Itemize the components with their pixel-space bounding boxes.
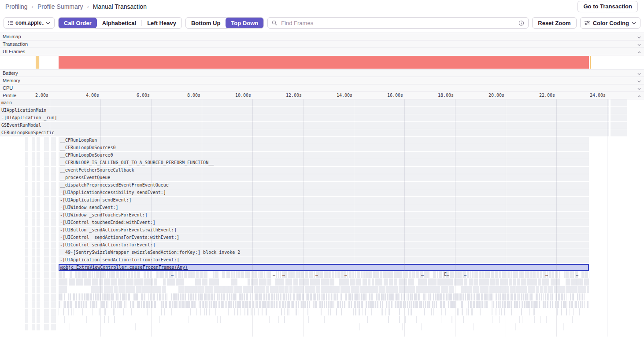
frame-segment[interactable] — [370, 286, 378, 293]
collapse-chevron-icon[interactable] — [637, 71, 641, 76]
frame-segment[interactable] — [572, 293, 573, 300]
frame-segment[interactable] — [437, 271, 438, 278]
frame-segment[interactable] — [440, 301, 442, 308]
frame-segment[interactable] — [511, 308, 512, 315]
frame-segment[interactable] — [153, 293, 155, 300]
frame-segment[interactable] — [139, 301, 140, 308]
frame-segment[interactable] — [159, 316, 160, 323]
frame-segment[interactable] — [559, 271, 560, 278]
frame-segment[interactable] — [157, 293, 158, 300]
frame-segment[interactable] — [293, 278, 298, 286]
frame-segment[interactable] — [432, 293, 432, 300]
frame-segment[interactable] — [542, 278, 549, 286]
go-to-transaction-button[interactable]: Go to Transaction — [577, 1, 638, 12]
frame-segment[interactable] — [399, 286, 411, 293]
frame-segment[interactable] — [128, 271, 130, 278]
frame-segment[interactable] — [267, 271, 271, 278]
frame-segment[interactable] — [195, 293, 196, 300]
frame-segment[interactable] — [510, 293, 511, 300]
frame-segment[interactable] — [429, 301, 430, 308]
frame-segment[interactable] — [160, 301, 160, 308]
frame-segment[interactable] — [111, 301, 112, 308]
frame-segment[interactable] — [63, 308, 64, 315]
frame-segment[interactable] — [528, 271, 529, 278]
frame-segment[interactable] — [405, 316, 406, 323]
frame-segment[interactable] — [389, 301, 390, 308]
frame-segment[interactable] — [429, 293, 431, 300]
frame-segment[interactable] — [400, 293, 400, 300]
frame-segment[interactable] — [528, 301, 530, 308]
frame-segment[interactable] — [279, 301, 281, 308]
frame-segment[interactable] — [489, 286, 501, 293]
frame-segment[interactable] — [321, 286, 331, 293]
frame-segment[interactable] — [478, 301, 479, 308]
frame-segment[interactable] — [70, 293, 71, 300]
frame-segment[interactable] — [525, 293, 526, 300]
frame-segment[interactable] — [305, 286, 315, 293]
frame-segment[interactable] — [461, 301, 463, 308]
frame-segment[interactable] — [328, 308, 329, 315]
frame-segment[interactable] — [513, 301, 513, 308]
frame-segment[interactable] — [455, 301, 456, 308]
frame-segment[interactable] — [364, 293, 366, 300]
breadcrumb-profiling[interactable]: Profiling — [5, 3, 28, 10]
frame-segment[interactable] — [304, 301, 306, 308]
frame-segment[interactable] — [209, 308, 210, 315]
frame-segment[interactable] — [116, 271, 119, 278]
frame-segment[interactable] — [228, 286, 233, 293]
frame-segment[interactable] — [470, 301, 471, 308]
frame-segment[interactable] — [500, 278, 508, 286]
frame-segment[interactable] — [269, 293, 270, 300]
frame-segment[interactable] — [502, 293, 504, 300]
frame-segment[interactable] — [154, 278, 157, 286]
frame-segment[interactable] — [299, 278, 309, 286]
frame-segment[interactable] — [508, 301, 510, 308]
frame-segment[interactable] — [193, 301, 196, 308]
frame-segment[interactable] — [416, 286, 428, 293]
frame-segment[interactable] — [266, 293, 267, 300]
frame-segment[interactable] — [126, 278, 133, 286]
frame-segment[interactable] — [271, 293, 273, 300]
frame-segment[interactable] — [496, 293, 497, 300]
frame-segment[interactable] — [491, 271, 494, 278]
frame-segment[interactable] — [416, 301, 418, 308]
flame-frame[interactable]: __CFRunLoopDoSource0 — [59, 152, 589, 159]
frame-segment[interactable] — [99, 308, 100, 315]
frame-segment[interactable] — [476, 301, 478, 308]
frame-segment[interactable] — [339, 316, 339, 323]
frame-segment[interactable] — [539, 293, 540, 300]
frame-segment[interactable] — [113, 301, 114, 308]
frame-segment[interactable] — [572, 316, 573, 323]
frame-segment[interactable] — [371, 308, 372, 315]
frame-segment[interactable] — [486, 293, 488, 300]
frame-segment[interactable] — [400, 301, 402, 308]
frame-segment[interactable] — [278, 286, 285, 293]
frame-segment[interactable] — [159, 271, 161, 278]
frame-segment[interactable] — [388, 316, 389, 323]
frame-segment[interactable] — [348, 301, 350, 308]
frame-segment[interactable] — [208, 293, 210, 300]
frame-segment[interactable] — [437, 278, 443, 286]
frame-segment[interactable] — [126, 286, 135, 293]
frame-segment[interactable] — [564, 293, 565, 300]
frame-segment[interactable] — [428, 278, 437, 286]
frame-segment[interactable] — [130, 301, 131, 308]
frame-segment[interactable] — [419, 301, 421, 308]
frame-segment[interactable] — [435, 293, 437, 300]
frame-segment[interactable] — [316, 286, 320, 293]
frame-segment[interactable] — [168, 301, 168, 308]
frame-segment[interactable] — [255, 293, 257, 300]
frame-segment[interactable] — [514, 301, 515, 308]
frame-segment[interactable] — [344, 301, 345, 308]
frame-segment[interactable] — [280, 293, 281, 300]
frame-segment[interactable] — [71, 308, 72, 315]
frame-segment[interactable] — [360, 286, 370, 293]
frame-segment[interactable] — [81, 301, 82, 308]
frame-column[interactable] — [51, 137, 56, 330]
frame-segment[interactable] — [536, 286, 539, 293]
frame-segment[interactable] — [79, 293, 80, 300]
frame-segment[interactable] — [278, 316, 279, 323]
frame-segment[interactable] — [450, 301, 451, 308]
frame-segment[interactable] — [345, 293, 347, 300]
frame-segment[interactable] — [415, 301, 416, 308]
